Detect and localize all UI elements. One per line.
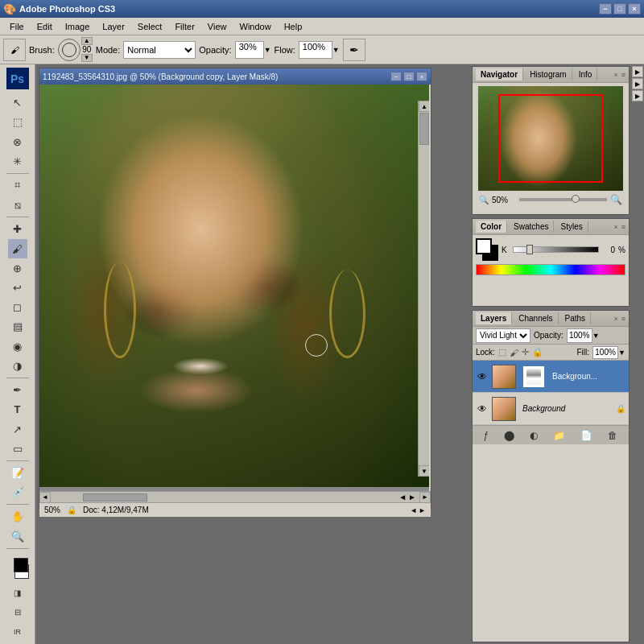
k-slider-thumb[interactable] (526, 245, 533, 254)
tab-styles[interactable]: Styles (555, 221, 588, 233)
strip-btn-3[interactable]: ▶ (632, 90, 643, 101)
nav-left-button[interactable]: ◄ (398, 493, 407, 502)
eraser-tool[interactable]: ◻ (8, 298, 27, 316)
strip-btn-1[interactable]: ▶ (632, 66, 643, 77)
layers-collapse[interactable]: ≡ (621, 315, 625, 323)
menu-layer[interactable]: Layer (96, 20, 131, 33)
fill-input[interactable]: 100% (592, 346, 618, 359)
pen-tool[interactable]: ✒ (8, 381, 27, 399)
flow-arrow[interactable]: ▼ (332, 46, 340, 54)
tab-color[interactable]: Color (476, 221, 507, 233)
image-ready-button[interactable]: IR (8, 622, 27, 641)
new-fill-button[interactable]: ◐ (530, 430, 538, 441)
heal-tool[interactable]: ✚ (8, 220, 27, 238)
foreground-color[interactable] (14, 558, 28, 572)
crop-tool[interactable]: ⌗ (8, 176, 27, 195)
slice-tool[interactable]: ⧅ (8, 196, 27, 214)
minimize-button[interactable]: − (599, 3, 612, 14)
lock-transparency-icon[interactable]: ⬚ (498, 347, 506, 357)
scroll-track[interactable] (419, 112, 429, 465)
h-scroll-track[interactable] (51, 492, 395, 502)
close-button[interactable]: × (628, 3, 641, 14)
tab-histogram[interactable]: Histogram (525, 68, 572, 80)
flow-value[interactable]: 100% (299, 41, 332, 59)
scroll-left-button[interactable]: ◄ (39, 492, 51, 503)
zoom-in-icon[interactable]: 🔍 (610, 194, 622, 205)
add-mask-button[interactable]: ⬤ (504, 430, 514, 441)
add-style-button[interactable]: ƒ (484, 430, 489, 441)
opacity-input[interactable]: 100% (567, 328, 592, 343)
menu-filter[interactable]: Filter (168, 20, 200, 33)
h-scroll-thumb[interactable] (83, 493, 147, 502)
color-close[interactable]: × (613, 223, 617, 231)
hand-tool[interactable]: ✋ (8, 507, 27, 526)
tab-info[interactable]: Info (574, 68, 598, 80)
menu-view[interactable]: View (201, 20, 233, 33)
layer-blend-mode-select[interactable]: Vivid Light (476, 328, 530, 343)
stamp-tool[interactable]: ⊕ (8, 259, 27, 278)
menu-window[interactable]: Window (233, 20, 278, 33)
magic-wand-tool[interactable]: ✳ (8, 152, 27, 171)
airbrush-button[interactable]: ✒ (343, 39, 365, 61)
move-tool[interactable]: ↖ (8, 93, 27, 112)
dodge-tool[interactable]: ◑ (8, 357, 27, 375)
brush-preview[interactable] (58, 39, 80, 61)
zoom-tool[interactable]: 🔍 (8, 526, 27, 545)
blend-mode-select[interactable]: Normal (123, 41, 196, 59)
scroll-up-button[interactable]: ▲ (419, 101, 429, 112)
scroll-thumb[interactable] (419, 113, 429, 145)
lasso-tool[interactable]: ⊗ (8, 132, 27, 151)
layer-row-background-copy[interactable]: 👁 Backgroun... (473, 361, 629, 393)
status-right-btn[interactable]: ► (419, 506, 426, 514)
new-layer-button[interactable]: 📄 (580, 430, 592, 441)
scroll-down-button[interactable]: ▼ (419, 465, 429, 477)
shape-tool[interactable]: ▭ (8, 440, 27, 458)
brush-tool-button[interactable]: 🖌 (3, 39, 26, 61)
strip-btn-2[interactable]: ▶ (632, 78, 643, 89)
doc-close[interactable]: × (416, 72, 427, 81)
marquee-tool[interactable]: ⬚ (8, 113, 27, 131)
zoom-slider[interactable] (519, 198, 607, 201)
fill-dropdown-arrow[interactable]: ▼ (618, 349, 625, 357)
type-tool[interactable]: T (8, 400, 27, 419)
history-tool[interactable]: ↩ (8, 279, 27, 297)
document-canvas[interactable]: ▲ ▼ (39, 85, 429, 491)
scroll-right-button[interactable]: ► (419, 492, 431, 503)
menu-help[interactable]: Help (278, 20, 309, 33)
layer-mask-thumbnail[interactable] (522, 365, 546, 389)
doc-minimize[interactable]: − (390, 72, 402, 81)
new-group-button[interactable]: 📁 (553, 430, 565, 441)
maximize-button[interactable]: □ (613, 3, 626, 14)
menu-file[interactable]: File (3, 20, 31, 33)
opacity-value[interactable]: 30% (235, 41, 264, 59)
delete-layer-button[interactable]: 🗑 (608, 430, 617, 441)
lock-paint-icon[interactable]: 🖌 (510, 348, 518, 357)
horizontal-scrollbar[interactable]: ◄ ◄ ► ► (39, 491, 431, 502)
lock-move-icon[interactable]: ✛ (522, 347, 529, 357)
opacity-dropdown-arrow[interactable]: ▼ (592, 332, 600, 340)
layers-close[interactable]: × (613, 315, 617, 323)
brush-size-up[interactable]: ▲ (81, 37, 93, 45)
select-tool[interactable]: ↗ (8, 419, 27, 438)
gradient-tool[interactable]: ▤ (8, 317, 27, 336)
screen-mode-button[interactable]: ⊟ (8, 603, 27, 621)
layer-eye-background[interactable]: 👁 (476, 402, 489, 415)
menu-image[interactable]: Image (59, 20, 97, 33)
menu-edit[interactable]: Edit (31, 20, 59, 33)
fg-color-box[interactable] (476, 238, 492, 254)
tab-navigator[interactable]: Navigator (476, 68, 523, 80)
fg-bg-selector[interactable] (476, 238, 498, 261)
opacity-arrow[interactable]: ▼ (264, 46, 271, 54)
navigator-collapse[interactable]: ≡ (621, 71, 625, 79)
tab-swatches[interactable]: Swatches (509, 221, 554, 233)
lock-all-icon[interactable]: 🔒 (532, 347, 543, 357)
k-slider-track[interactable] (513, 246, 599, 253)
tab-channels[interactable]: Channels (514, 312, 558, 324)
menu-select[interactable]: Select (131, 20, 169, 33)
zoom-out-icon[interactable]: 🔍 (479, 196, 489, 204)
color-collapse[interactable]: ≡ (621, 223, 625, 231)
blur-tool[interactable]: ◉ (8, 337, 27, 356)
eyedropper-tool[interactable]: 💉 (8, 483, 27, 502)
quick-mask-button[interactable]: ◨ (8, 583, 27, 601)
tab-layers[interactable]: Layers (476, 312, 512, 324)
